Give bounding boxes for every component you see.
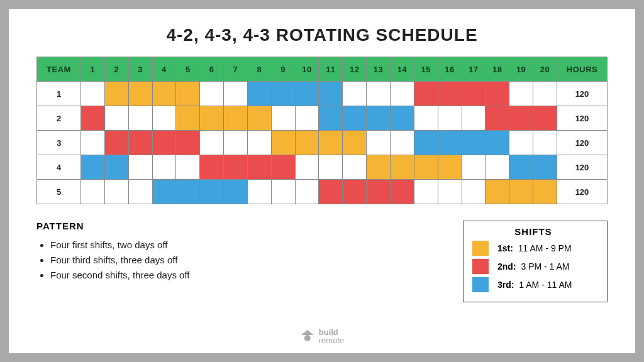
day-header: 18 (486, 57, 509, 82)
shift-cell (81, 180, 105, 204)
shift-cell (295, 82, 319, 106)
day-header: 8 (247, 57, 271, 82)
shift-cell (104, 155, 128, 180)
team-cell: 5 (37, 180, 81, 204)
legend-row: 3rd: 1 AM - 11 AM (472, 277, 594, 292)
shift-cell (152, 106, 176, 131)
legend-text: 2nd: 3 PM - 1 AM (497, 261, 569, 272)
shift-cell (247, 106, 271, 131)
hours-header: HOURS (557, 57, 608, 82)
shift-cell (343, 155, 367, 180)
day-header: 19 (509, 57, 533, 82)
shift-cell (414, 155, 438, 180)
shift-cell (486, 106, 509, 131)
shift-cell (367, 82, 391, 106)
shift-cell (224, 155, 248, 180)
shift-cell (390, 82, 414, 106)
shift-swatch-icon (472, 259, 489, 274)
shift-cell (271, 155, 295, 180)
shift-cell (271, 180, 295, 204)
schedule-body: 11202120312041205120 (37, 82, 608, 204)
shift-cell (128, 131, 152, 155)
shift-cell (462, 82, 486, 106)
logo-text: build remote (319, 328, 344, 344)
shift-cell (414, 180, 438, 204)
shift-cell (486, 82, 509, 106)
shift-cell (367, 155, 391, 180)
header-row: TEAM 1234567891011121314151617181920HOUR… (37, 57, 608, 82)
shift-cell (247, 82, 271, 106)
shift-cell (367, 180, 391, 204)
legend-text: 3rd: 1 AM - 11 AM (497, 280, 572, 290)
shift-cell (176, 155, 200, 180)
hours-cell: 120 (557, 131, 608, 155)
shift-cell (509, 180, 533, 204)
shift-cell (509, 106, 533, 131)
shift-cell (533, 180, 557, 204)
hours-cell: 120 (557, 155, 608, 180)
shift-cell (367, 106, 391, 131)
shift-cell (438, 82, 462, 106)
shift-cell (319, 180, 343, 204)
shift-cell (295, 131, 319, 155)
shift-cell (509, 155, 533, 180)
pattern-list: Four first shifts, two days offFour thir… (36, 238, 463, 283)
shift-cell (319, 131, 343, 155)
day-header: 2 (104, 57, 128, 82)
shift-cell (295, 155, 319, 180)
shift-cell (295, 180, 319, 204)
shift-cell (438, 106, 462, 131)
shift-cell (343, 82, 367, 106)
day-header: 14 (390, 57, 414, 82)
day-header: 16 (438, 57, 462, 82)
shift-cell (176, 180, 200, 204)
shift-cell (509, 82, 533, 106)
shift-cell (462, 106, 486, 131)
day-header: 9 (271, 57, 295, 82)
shift-cell (200, 106, 224, 131)
shift-cell (104, 180, 128, 204)
team-cell: 4 (37, 155, 81, 180)
shift-cell (319, 155, 343, 180)
shift-cell (81, 82, 105, 106)
day-header: 1 (81, 57, 105, 82)
shift-cell (81, 106, 105, 131)
hours-cell: 120 (557, 106, 608, 131)
shift-cell (533, 82, 557, 106)
day-header: 7 (224, 57, 248, 82)
shift-cell (390, 180, 414, 204)
shift-cell (319, 82, 343, 106)
team-header: TEAM (37, 57, 81, 82)
shift-cell (224, 106, 248, 131)
team-cell: 1 (37, 82, 81, 106)
hours-cell: 120 (557, 82, 608, 106)
legend-row: 2nd: 3 PM - 1 AM (472, 259, 594, 274)
shift-cell (247, 180, 271, 204)
day-header: 5 (176, 57, 200, 82)
shift-cell (128, 106, 152, 131)
shift-cell (295, 106, 319, 131)
shift-cell (224, 82, 248, 106)
shift-cell (176, 106, 200, 131)
team-cell: 3 (37, 131, 81, 155)
table-row: 3120 (37, 131, 608, 155)
pattern-heading: PATTERN (36, 221, 463, 231)
shift-cell (462, 131, 486, 155)
page-title: 4-2, 4-3, 4-3 ROTATING SCHEDULE (36, 25, 608, 45)
legend-text: 1st: 11 AM - 9 PM (497, 243, 572, 253)
shift-cell (128, 180, 152, 204)
pattern-item: Four second shifts, three days off (50, 268, 463, 283)
shift-cell (414, 106, 438, 131)
day-header: 3 (128, 57, 152, 82)
legend-row: 1st: 11 AM - 9 PM (472, 241, 594, 256)
shift-cell (509, 131, 533, 155)
shift-cell (271, 106, 295, 131)
day-header: 12 (343, 57, 367, 82)
pattern-item: Four first shifts, two days off (50, 238, 463, 253)
pattern-item: Four third shifts, three days off (50, 253, 463, 268)
house-person-icon (300, 329, 315, 344)
shift-cell (438, 155, 462, 180)
hours-cell: 120 (557, 180, 608, 204)
shift-cell (414, 82, 438, 106)
shift-cell (533, 131, 557, 155)
